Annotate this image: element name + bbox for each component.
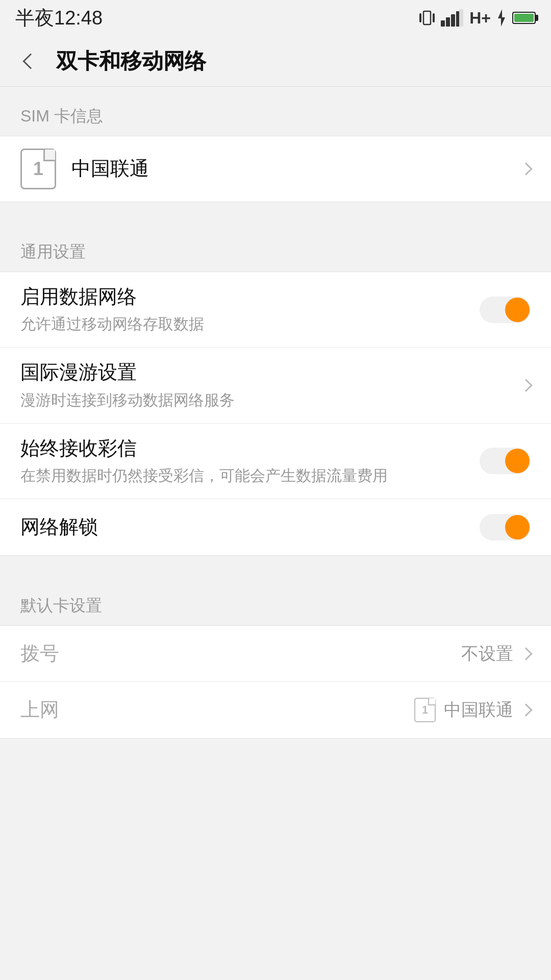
network-unlock-item[interactable]: 网络解锁 [0,499,551,555]
section-general: 通用设置 启用数据网络 允许通过移动网络存取数据 国际漫游设置 漫 [0,223,551,556]
section-sim-info: SIM 卡信息 1 中国联通 [0,87,551,202]
back-arrow-icon [22,53,38,69]
status-bar: 半夜12:48 H+ [0,0,551,36]
sim1-right [521,164,531,174]
data-network-subtitle: 允许通过移动网络存取数据 [20,313,480,335]
back-button[interactable] [15,46,46,77]
internet-sim-badge-num: 1 [422,703,428,717]
data-network-content: 启用数据网络 允许通过移动网络存取数据 [20,284,480,335]
roaming-subtitle: 漫游时连接到移动数据网络服务 [20,389,521,411]
data-network-right [480,297,531,323]
sim1-item[interactable]: 1 中国联通 [0,136,551,202]
network-type: H+ [469,9,491,28]
gap1 [0,202,551,223]
status-icons: H+ [419,9,536,28]
section-header-default: 默认卡设置 [0,576,551,625]
sim1-content: 中国联通 [71,156,521,181]
network-unlock-toggle-thumb [505,515,530,540]
internet-value: 中国联通 [444,698,513,722]
svg-marker-8 [498,9,505,27]
roaming-right [521,381,531,390]
data-network-toggle-thumb [505,298,530,322]
battery-icon [512,12,536,24]
internet-title: 上网 [20,697,414,722]
dial-title: 拨号 [20,641,461,666]
data-network-item[interactable]: 启用数据网络 允许通过移动网络存取数据 [0,272,551,348]
mms-content: 始终接收彩信 在禁用数据时仍然接受彩信，可能会产生数据流量费用 [20,436,480,486]
dial-value: 不设置 [461,642,513,666]
dial-chevron-icon [519,647,532,660]
svg-rect-2 [433,13,435,22]
network-unlock-toggle[interactable] [480,514,531,541]
mms-toggle-thumb [505,449,530,473]
section-header-general-text: 通用设置 [20,242,86,261]
section-header-general: 通用设置 [0,223,551,272]
svg-rect-4 [446,17,450,27]
section-header-sim: SIM 卡信息 [0,87,551,136]
roaming-content: 国际漫游设置 漫游时连接到移动数据网络服务 [20,360,521,410]
section-body-sim: 1 中国联通 [0,136,551,202]
section-header-sim-text: SIM 卡信息 [20,107,103,125]
svg-rect-0 [423,11,431,24]
internet-content: 上网 [20,697,414,722]
mms-toggle[interactable] [480,448,531,474]
section-header-default-text: 默认卡设置 [20,596,102,615]
section-body-default: 拨号 不设置 上网 1 中国联通 [0,625,551,739]
svg-rect-1 [419,13,421,22]
section-default-card: 默认卡设置 拨号 不设置 上网 1 [0,576,551,739]
charging-icon [497,9,506,27]
mms-right [480,448,531,474]
internet-right: 1 中国联通 [414,698,531,722]
internet-item[interactable]: 上网 1 中国联通 [0,682,551,738]
vibrate-icon [419,9,435,27]
dial-content: 拨号 [20,641,461,666]
toolbar: 双卡和移动网络 [0,36,551,87]
status-time: 半夜12:48 [15,5,103,31]
roaming-title: 国际漫游设置 [20,360,521,385]
mms-title: 始终接收彩信 [20,436,480,461]
svg-rect-7 [459,9,463,27]
gap2 [0,556,551,576]
data-network-title: 启用数据网络 [20,284,480,309]
internet-sim-badge: 1 [414,698,436,722]
mms-subtitle: 在禁用数据时仍然接受彩信，可能会产生数据流量费用 [20,465,480,486]
sim1-icon: 1 [20,149,56,189]
page-title: 双卡和移动网络 [56,47,206,76]
signal-icon [441,9,463,27]
network-unlock-title: 网络解锁 [20,514,480,540]
internet-chevron-icon [519,703,532,716]
svg-rect-5 [451,14,455,27]
sim1-chevron-icon [519,162,532,175]
dial-right: 不设置 [461,642,531,666]
sim1-number: 1 [33,158,43,180]
dial-item[interactable]: 拨号 不设置 [0,626,551,682]
svg-rect-3 [441,20,445,27]
network-unlock-content: 网络解锁 [20,514,480,540]
roaming-chevron-icon [519,379,532,391]
mms-item[interactable]: 始终接收彩信 在禁用数据时仍然接受彩信，可能会产生数据流量费用 [0,424,551,499]
content: SIM 卡信息 1 中国联通 通用设置 [0,87,551,739]
section-body-general: 启用数据网络 允许通过移动网络存取数据 国际漫游设置 漫游时连接到移动数据网络服… [0,272,551,556]
sim1-title: 中国联通 [71,158,149,179]
network-unlock-right [480,514,531,541]
roaming-item[interactable]: 国际漫游设置 漫游时连接到移动数据网络服务 [0,348,551,423]
data-network-toggle[interactable] [480,297,531,323]
